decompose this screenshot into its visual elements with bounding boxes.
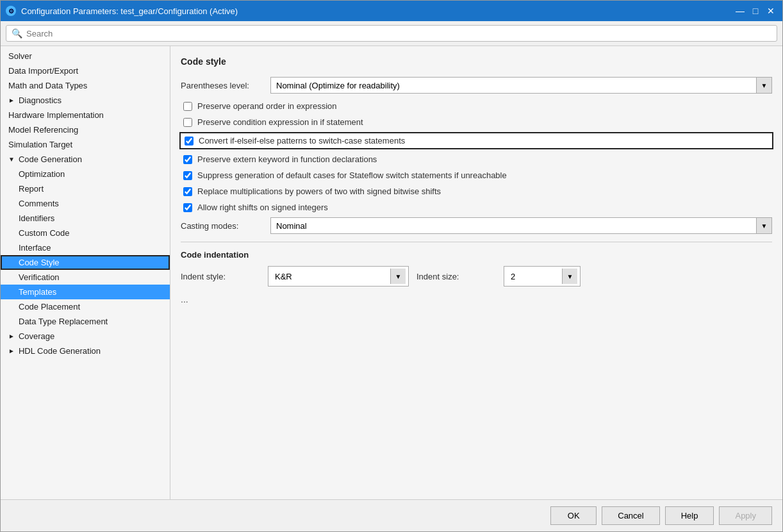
sidebar-item-data-type-replacement[interactable]: Data Type Replacement bbox=[1, 314, 170, 329]
sidebar-item-simulation-target[interactable]: Simulation Target bbox=[1, 137, 170, 152]
parentheses-dropdown-arrow-icon[interactable]: ▼ bbox=[756, 78, 771, 93]
allow-right-shifts-label: Allow right shifts on signed integers bbox=[197, 203, 328, 212]
content-area: Code style Parentheses level: Nominal (O… bbox=[170, 46, 782, 499]
title-controls: — □ ✕ bbox=[734, 4, 777, 17]
sidebar-item-label: Verification bbox=[19, 272, 60, 282]
sidebar-item-code-generation[interactable]: ▼ Code Generation bbox=[1, 152, 170, 167]
sidebar-item-code-style[interactable]: Code Style bbox=[1, 255, 170, 270]
checkbox-row-preserve-extern: Preserve extern keyword in function decl… bbox=[181, 153, 772, 165]
sidebar-item-hardware-implementation[interactable]: Hardware Implementation bbox=[1, 108, 170, 122]
search-bar: 🔍 bbox=[1, 21, 782, 46]
sidebar-item-label: Code Generation bbox=[19, 154, 82, 164]
sidebar-item-data-import-export[interactable]: Data Import/Export bbox=[1, 63, 170, 78]
sidebar-item-verification[interactable]: Verification bbox=[1, 270, 170, 285]
sidebar-item-model-referencing[interactable]: Model Referencing bbox=[1, 122, 170, 137]
preserve-operand-label: Preserve operand order in expression bbox=[197, 101, 337, 111]
sidebar-item-label: Data Import/Export bbox=[8, 66, 78, 76]
indent-style-value: K&R bbox=[271, 270, 390, 283]
main-content: Solver Data Import/Export Math and Data … bbox=[1, 46, 782, 499]
main-window: ⚙ Configuration Parameters: test_gear/Co… bbox=[0, 0, 783, 532]
sidebar-item-optimization[interactable]: Optimization bbox=[1, 167, 170, 181]
convert-if-else-checkbox[interactable] bbox=[185, 137, 194, 145]
sidebar-item-label: Interface bbox=[19, 243, 51, 253]
checkbox-row-preserve-operand: Preserve operand order in expression bbox=[181, 100, 772, 112]
sidebar-item-label: Model Referencing bbox=[8, 125, 78, 135]
convert-if-else-label: Convert if-elseif-else patterns to switc… bbox=[199, 136, 405, 145]
ok-button[interactable]: OK bbox=[550, 506, 597, 525]
sidebar-item-label: Custom Code bbox=[19, 228, 69, 238]
code-style-section-title: Code style bbox=[181, 56, 772, 69]
indent-style-group: Indent style: K&R ▼ bbox=[181, 266, 409, 287]
checkbox-row-replace-mult: Replace multiplications by powers of two… bbox=[181, 185, 772, 197]
section-separator bbox=[181, 242, 772, 242]
indent-size-value: 2 bbox=[507, 270, 562, 283]
sidebar-item-custom-code[interactable]: Custom Code bbox=[1, 226, 170, 240]
sidebar-item-math-data-types[interactable]: Math and Data Types bbox=[1, 78, 170, 93]
preserve-extern-checkbox[interactable] bbox=[183, 155, 192, 164]
indent-size-dropdown[interactable]: 2 ▼ bbox=[504, 266, 581, 287]
footer: OK Cancel Help Apply bbox=[1, 499, 782, 531]
app-icon: ⚙ bbox=[6, 6, 16, 16]
indent-size-label: Indent size: bbox=[416, 272, 500, 281]
cancel-button[interactable]: Cancel bbox=[602, 506, 659, 525]
sidebar-item-hdl-code-generation[interactable]: ► HDL Code Generation bbox=[1, 344, 170, 358]
sidebar-item-label: Templates bbox=[19, 287, 56, 297]
checkbox-row-suppress-default: Suppress generation of default cases for… bbox=[181, 169, 772, 181]
indent-style-dropdown[interactable]: K&R ▼ bbox=[268, 266, 409, 287]
minimize-button[interactable]: — bbox=[734, 4, 746, 17]
search-input[interactable] bbox=[26, 29, 771, 38]
expand-arrow-icon: ► bbox=[8, 347, 15, 354]
help-button[interactable]: Help bbox=[665, 506, 714, 525]
sidebar-item-coverage[interactable]: ► Coverage bbox=[1, 329, 170, 344]
checkbox-row-convert-if-else: Convert if-elseif-else patterns to switc… bbox=[179, 132, 773, 149]
casting-label: Casting modes: bbox=[181, 221, 264, 231]
code-indentation-title: Code indentation bbox=[181, 250, 772, 260]
casting-row: Casting modes: Nominal ▼ bbox=[181, 217, 772, 234]
sidebar-item-label: Math and Data Types bbox=[8, 81, 87, 90]
casting-dropdown-arrow-icon[interactable]: ▼ bbox=[756, 218, 771, 233]
indent-size-group: Indent size: 2 ▼ bbox=[416, 266, 581, 287]
sidebar-item-code-placement[interactable]: Code Placement bbox=[1, 299, 170, 314]
parentheses-value: Nominal (Optimize for readability) bbox=[271, 79, 756, 92]
suppress-default-checkbox[interactable] bbox=[183, 171, 192, 180]
checkbox-row-allow-right-shifts: Allow right shifts on signed integers bbox=[181, 201, 772, 213]
indent-size-arrow-icon[interactable]: ▼ bbox=[562, 269, 577, 284]
preserve-operand-checkbox[interactable] bbox=[183, 102, 192, 111]
sidebar-item-templates[interactable]: Templates bbox=[1, 285, 170, 299]
preserve-extern-label: Preserve extern keyword in function decl… bbox=[197, 154, 377, 164]
sidebar-item-label: Code Style bbox=[19, 258, 60, 267]
allow-right-shifts-checkbox[interactable] bbox=[183, 203, 192, 212]
sidebar-item-label: Identifiers bbox=[19, 213, 54, 223]
sidebar-item-label: Diagnostics bbox=[19, 96, 62, 105]
replace-mult-checkbox[interactable] bbox=[183, 187, 192, 196]
search-icon: 🔍 bbox=[12, 28, 22, 38]
expand-arrow-icon: ▼ bbox=[8, 156, 15, 163]
title-bar-left: ⚙ Configuration Parameters: test_gear/Co… bbox=[6, 6, 238, 16]
parentheses-row: Parentheses level: Nominal (Optimize for… bbox=[181, 77, 772, 94]
parentheses-dropdown[interactable]: Nominal (Optimize for readability) ▼ bbox=[270, 77, 772, 94]
indent-style-label: Indent style: bbox=[181, 272, 264, 281]
expand-arrow-icon: ► bbox=[8, 333, 15, 340]
sidebar-item-label: Comments bbox=[19, 199, 59, 208]
title-bar: ⚙ Configuration Parameters: test_gear/Co… bbox=[1, 1, 782, 21]
sidebar-item-label: Hardware Implementation bbox=[8, 110, 104, 120]
sidebar-item-diagnostics[interactable]: ► Diagnostics bbox=[1, 93, 170, 108]
sidebar-item-identifiers[interactable]: Identifiers bbox=[1, 211, 170, 226]
preserve-condition-label: Preserve condition expression in if stat… bbox=[197, 117, 363, 127]
casting-value: Nominal bbox=[271, 219, 756, 233]
sidebar-item-comments[interactable]: Comments bbox=[1, 196, 170, 211]
maximize-button[interactable]: □ bbox=[749, 4, 762, 17]
sidebar-item-report[interactable]: Report bbox=[1, 181, 170, 196]
sidebar-item-interface[interactable]: Interface bbox=[1, 240, 170, 255]
apply-button[interactable]: Apply bbox=[719, 506, 772, 525]
window-title: Configuration Parameters: test_gear/Conf… bbox=[21, 6, 238, 16]
sidebar-item-solver[interactable]: Solver bbox=[1, 49, 170, 63]
close-button[interactable]: ✕ bbox=[764, 4, 777, 17]
sidebar-item-label: Code Placement bbox=[19, 302, 80, 312]
indent-style-arrow-icon[interactable]: ▼ bbox=[390, 269, 406, 284]
expand-arrow-icon: ► bbox=[8, 97, 15, 104]
sidebar-item-label: Solver bbox=[8, 51, 32, 61]
checkbox-row-preserve-condition: Preserve condition expression in if stat… bbox=[181, 116, 772, 128]
casting-dropdown[interactable]: Nominal ▼ bbox=[270, 217, 772, 234]
preserve-condition-checkbox[interactable] bbox=[183, 118, 192, 127]
